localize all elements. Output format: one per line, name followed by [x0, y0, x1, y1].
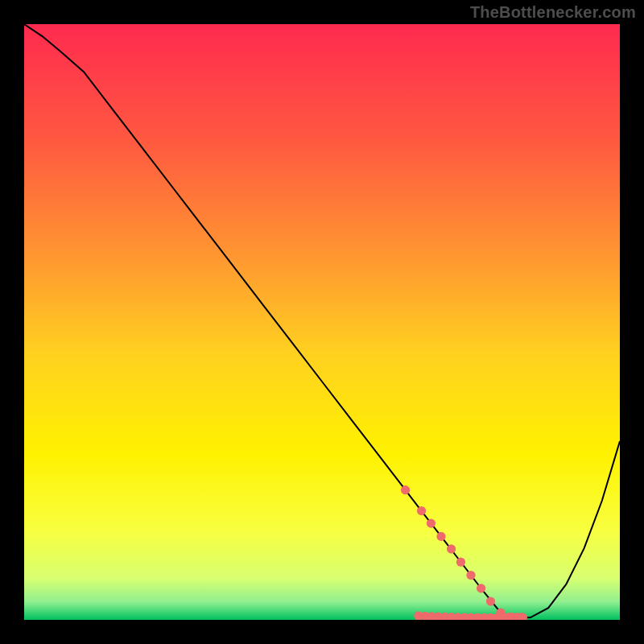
marker-dot [477, 584, 485, 592]
plot-area [24, 24, 620, 620]
marker-dot [436, 532, 445, 541]
marker-dot [417, 506, 426, 515]
chart-svg [24, 24, 620, 620]
marker-dot [401, 485, 410, 494]
gradient-background [24, 24, 620, 620]
marker-dot [447, 544, 456, 553]
marker-dot [466, 571, 475, 580]
marker-dot [427, 519, 436, 528]
marker-dot [456, 558, 465, 567]
watermark-text: TheBottlenecker.com [470, 3, 636, 22]
marker-dot [486, 597, 495, 605]
chart-frame: TheBottlenecker.com [0, 0, 644, 644]
